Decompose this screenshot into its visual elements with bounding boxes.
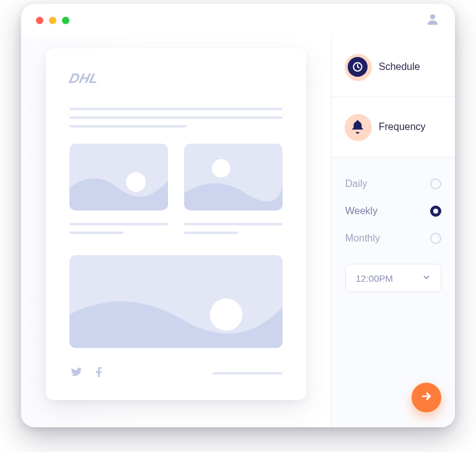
- chevron-down-icon: [422, 273, 431, 284]
- content: DHL: [21, 37, 455, 427]
- window-zoom-dot[interactable]: [62, 17, 69, 24]
- settings-panel: Schedule Frequency Daily Weekly Mon: [331, 37, 455, 427]
- next-button[interactable]: [412, 383, 441, 412]
- placeholder-line: [69, 125, 187, 128]
- svg-point-2: [212, 159, 231, 178]
- window-close-dot[interactable]: [36, 17, 43, 24]
- svg-point-1: [126, 172, 146, 192]
- image-row: [69, 144, 283, 211]
- time-select[interactable]: 12:00PM: [345, 264, 441, 292]
- image-placeholder: [184, 144, 283, 211]
- placeholder-line: [69, 116, 283, 119]
- placeholder-line: [69, 108, 283, 110]
- svg-point-0: [430, 14, 435, 19]
- email-preview-card: DHL: [46, 48, 306, 400]
- frequency-label: Frequency: [379, 121, 426, 133]
- frequency-option[interactable]: Frequency: [332, 97, 455, 157]
- avatar-icon[interactable]: [425, 12, 440, 29]
- time-value: 12:00PM: [356, 273, 393, 284]
- placeholder-line: [69, 223, 168, 225]
- window-titlebar: [21, 4, 455, 37]
- frequency-option-monthly[interactable]: Monthly: [345, 233, 441, 244]
- svg-point-3: [210, 298, 243, 331]
- window-minimize-dot[interactable]: [49, 17, 56, 24]
- option-label: Monthly: [345, 233, 380, 244]
- twitter-icon[interactable]: [69, 365, 83, 381]
- option-label: Weekly: [345, 206, 377, 217]
- frequency-controls: Daily Weekly Monthly 12:00PM: [332, 157, 455, 427]
- radio-indicator: [430, 233, 441, 244]
- clock-icon: [346, 56, 369, 78]
- option-label: Daily: [345, 178, 368, 189]
- schedule-option[interactable]: Schedule: [332, 37, 455, 97]
- placeholder-line: [184, 232, 238, 234]
- bell-icon: [346, 116, 369, 138]
- placeholder-line: [69, 232, 123, 234]
- footer-line: [115, 366, 283, 381]
- brand-logo: DHL: [68, 71, 100, 87]
- preview-footer: [69, 365, 283, 381]
- schedule-label: Schedule: [379, 61, 420, 72]
- caption-row: [69, 217, 283, 240]
- radio-indicator: [430, 206, 441, 217]
- placeholder-line: [184, 223, 283, 225]
- placeholder-line: [213, 372, 283, 375]
- facebook-icon[interactable]: [93, 366, 105, 381]
- preview-pane: DHL: [21, 37, 331, 427]
- image-placeholder-wide: [69, 255, 283, 348]
- arrow-right-icon: [420, 390, 433, 405]
- image-placeholder: [69, 144, 168, 211]
- frequency-option-weekly[interactable]: Weekly: [345, 206, 441, 217]
- frequency-option-daily[interactable]: Daily: [345, 178, 441, 189]
- app-window: DHL: [21, 4, 455, 427]
- radio-indicator: [430, 178, 441, 189]
